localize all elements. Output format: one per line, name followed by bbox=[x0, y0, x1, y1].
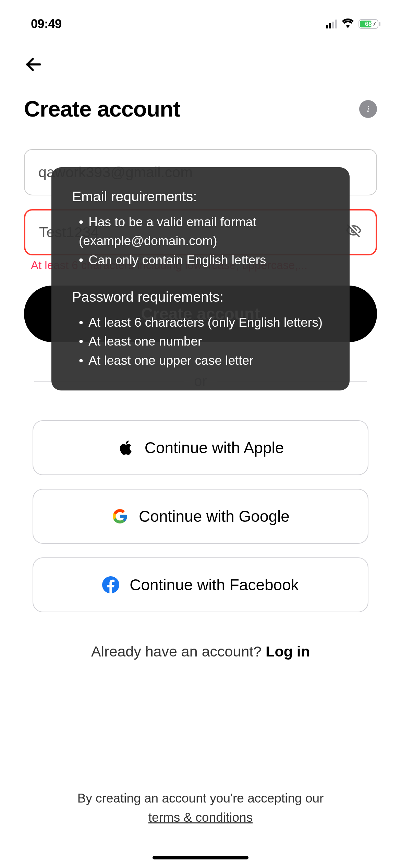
password-requirements-heading: Password requirements: bbox=[72, 287, 329, 308]
continue-with-apple-button[interactable]: Continue with Apple bbox=[33, 420, 368, 475]
email-requirements-heading: Email requirements: bbox=[72, 186, 329, 207]
continue-with-facebook-button[interactable]: Continue with Facebook bbox=[33, 557, 368, 612]
terms-block: By creating an account you're accepting … bbox=[0, 789, 401, 827]
password-rule-3: At least one upper case letter bbox=[79, 351, 329, 370]
battery-percent: 68 bbox=[365, 21, 372, 28]
terms-text: By creating an account you're accepting … bbox=[0, 789, 401, 808]
facebook-button-label: Continue with Facebook bbox=[130, 576, 299, 594]
apple-button-label: Continue with Apple bbox=[145, 438, 284, 457]
facebook-icon bbox=[102, 576, 119, 593]
google-icon bbox=[111, 508, 129, 525]
email-rule-2: Can only contain English letters bbox=[79, 251, 329, 270]
page-header: Create account i bbox=[0, 75, 401, 122]
requirements-tooltip: Email requirements: Has to be a valid em… bbox=[51, 167, 350, 390]
login-prompt-text: Already have an account? bbox=[91, 643, 266, 660]
cellular-signal-icon bbox=[326, 20, 337, 28]
email-requirements-list: Has to be a valid email format (example@… bbox=[72, 213, 329, 270]
password-requirements-list: At least 6 characters (only English lett… bbox=[72, 313, 329, 370]
password-rule-1: At least 6 characters (only English lett… bbox=[79, 313, 329, 332]
login-prompt: Already have an account? Log in bbox=[24, 643, 377, 660]
apple-icon bbox=[117, 439, 134, 456]
info-button[interactable]: i bbox=[359, 100, 377, 118]
page-title: Create account bbox=[24, 96, 180, 122]
wifi-icon bbox=[341, 19, 354, 29]
email-rule-1: Has to be a valid email format (example@… bbox=[79, 213, 329, 251]
status-icons: 68 ⚡︎ bbox=[326, 19, 380, 29]
battery-icon: 68 ⚡︎ bbox=[359, 19, 380, 29]
password-rule-2: At least one number bbox=[79, 332, 329, 351]
status-time: 09:49 bbox=[31, 17, 62, 31]
back-button[interactable] bbox=[0, 41, 401, 75]
login-link[interactable]: Log in bbox=[266, 643, 310, 660]
terms-link[interactable]: terms & conditions bbox=[0, 808, 401, 827]
home-indicator[interactable] bbox=[153, 856, 248, 859]
google-button-label: Continue with Google bbox=[139, 507, 290, 526]
continue-with-google-button[interactable]: Continue with Google bbox=[33, 489, 368, 544]
status-bar: 09:49 68 ⚡︎ bbox=[0, 0, 401, 41]
